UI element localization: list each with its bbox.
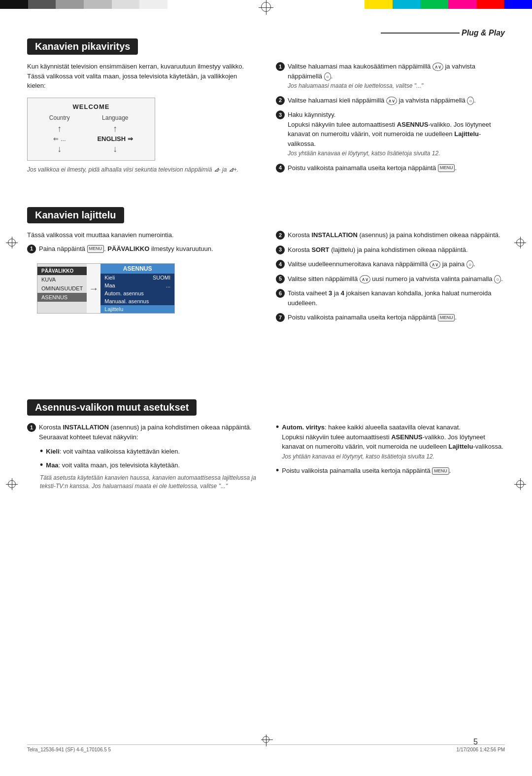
s2-step6-num: 6 (276, 289, 285, 298)
arrow-up-country: ↑ (57, 124, 62, 133)
plug-play-header: Plug & Play (381, 29, 505, 37)
s3-bullet-maa: • Maa: voit valita maan, jos televisiota… (40, 460, 256, 470)
menu-item-kieli: KieliSUOMI (100, 274, 174, 282)
footer-right: 1/17/2006 1:42:56 PM (457, 747, 505, 752)
step1-text: Valitse haluamasi maa kaukosäätimen näpp… (288, 62, 505, 91)
menu-item-asennus: ASENNUS (37, 293, 87, 302)
section1-right: 1 Valitse haluamasi maa kaukosäätimen nä… (276, 62, 505, 177)
arrow-down-lang: ↓ (113, 144, 117, 153)
bullet-dot-autom: • (276, 423, 279, 431)
s3-bullet-kieli: • Kieli: voit vaihtaa valikoissa käytett… (40, 447, 256, 457)
menu-item-maa: Maa... (100, 282, 174, 289)
language-label: Language (102, 114, 128, 121)
section1-italic-note: Jos valikkoa ei ilmesty, pidä alhaalla v… (27, 166, 256, 174)
step1-item: 1 Valitse haluamasi maa kaukosäätimen nä… (276, 62, 505, 91)
menu-item-autom: Autom. asennus (100, 289, 174, 297)
arrow-left-country: ⇐ (53, 135, 59, 142)
bullet-poistu-text: Poistu valikoista painamalla useita kert… (282, 466, 451, 476)
s2-step2-num: 2 (276, 231, 285, 240)
english-label: ENGLISH (97, 135, 126, 142)
crosshair-left-low (6, 478, 18, 490)
welcome-title: WELCOME (35, 103, 147, 110)
menu-arrow-icon: → (87, 264, 100, 313)
crosshair-right-low (514, 478, 526, 490)
menu-item-manuaal: Manuaal. asennus (100, 297, 174, 305)
bullet-maa-text: Maa: voit valita maan, jos televisiota k… (46, 460, 180, 470)
welcome-box: WELCOME Country ↑ ⇐ ... ↓ Langua (27, 98, 155, 161)
s2-step6-item: 6 Toista vaiheet 3 ja 4 jokaisen kanavan… (276, 288, 505, 308)
s3-right-bullets: • Autom. viritys: hakee kaikki alueella … (276, 423, 505, 476)
country-row: ⇐ ... (53, 135, 66, 142)
s3-step1-num: 1 (27, 423, 36, 432)
step3-text: Haku käynnistyy. Lopuksi näkyviin tulee … (288, 110, 505, 158)
s2-step5-text: Valitse sitten näppäimillä ∧∨ uusi numer… (288, 274, 505, 284)
s2-step4-text: Valitse uudelleennumeroitava kanava näpp… (288, 259, 505, 269)
bullet-dot-maa: • (40, 460, 43, 469)
s2-step4-num: 4 (276, 260, 285, 269)
section2-intro: Tässä valikossa voit muuttaa kanavien nu… (27, 230, 256, 240)
plug-play-label: Plug & Play (462, 29, 505, 37)
s2-step2-item: 2 Korosta INSTALLATION (asennus) ja pain… (276, 230, 505, 240)
step4-item: 4 Poistu valikoista painamalla useita ke… (276, 163, 505, 173)
s3-autom-italic: Jos yhtään kanavaa ei löytynyt, katso li… (282, 453, 434, 460)
s2-step5-item: 5 Valitse sitten näppäimillä ∧∨ uusi num… (276, 274, 505, 284)
section2-right: 2 Korosta INSTALLATION (asennus) ja pain… (276, 230, 505, 327)
country-label: Country (49, 114, 70, 121)
section1-header: Kanavien pikaviritys (27, 38, 138, 55)
s2-step6-text: Toista vaiheet 3 ja 4 jokaisen kanavan k… (288, 288, 505, 308)
s3-bullet-list: • Kieli: voit vaihtaa valikoissa käytett… (40, 447, 256, 470)
arrow-right-lang: ⇒ (128, 135, 133, 142)
welcome-col-language: Language ↑ ENGLISH ⇒ ↓ (97, 114, 133, 153)
section2-step1-text: Paina näppäintä MENU. PÄÄVALIKKO ilmesty… (39, 244, 256, 254)
menu-item-kuva: KUVA (37, 275, 87, 284)
section1-left: Kun käynnistät television ensimmäisen ke… (27, 62, 256, 177)
step1-italic: Jos haluamaasi maata ei ole luettelossa,… (288, 82, 423, 89)
section-pikaviritys: Kanavien pikaviritys Kun käynnistät tele… (27, 38, 505, 177)
menu-right-panel: ASENNUS KieliSUOMI Maa... Autom. asennus… (100, 264, 174, 313)
section3-right: • Autom. viritys: hakee kaikki alueella … (276, 423, 505, 491)
step3-item: 3 Haku käynnistyy. Lopuksi näkyviin tule… (276, 110, 505, 158)
s2-step3-text: Korosta SORT (lajittelu) ja paina kohdis… (288, 245, 505, 255)
menu-item-ominaisuudet: OMINAISUUDET (37, 284, 87, 293)
step3-italic: Jos yhtään kanavaa ei löytynyt, katso li… (288, 150, 440, 157)
s3-bullet-poistu: • Poistu valikoista painamalla useita ke… (276, 466, 505, 476)
crosshair-bottom-center (261, 735, 271, 744)
section2-step1-num: 1 (27, 245, 36, 253)
section2-steps: 2 Korosta INSTALLATION (asennus) ja pain… (276, 230, 505, 322)
step3-num: 3 (276, 110, 285, 119)
menu-item-lajittelu: Lajittelu (100, 305, 174, 313)
welcome-col-country: Country ↑ ⇐ ... ↓ (49, 114, 70, 153)
crosshair-left-mid (6, 237, 18, 248)
bullet-kieli-text: Kieli: voit vaihtaa valikoissa käytettäv… (46, 447, 180, 457)
section1-intro: Kun käynnistät television ensimmäisen ke… (27, 62, 256, 91)
arrow-up-lang: ↑ (113, 124, 117, 133)
s3-step1-item: 1 Korosta INSTALLATION (asennus) ja pain… (27, 423, 256, 442)
s2-step3-item: 3 Korosta SORT (lajittelu) ja paina kohd… (276, 245, 505, 255)
section-asennus: Asennus-valikon muut asetukset 1 Korosta… (27, 399, 505, 491)
footer-left: Telra_12536-941 (SF) 4-6_170106.5 5 (27, 747, 111, 752)
section2-left: Tässä valikossa voit muuttaa kanavien nu… (27, 230, 256, 327)
menu-right-title: ASENNUS (100, 264, 174, 274)
s2-step7-text: Poistu valikoista painamalla useita kert… (288, 313, 505, 322)
step4-num: 4 (276, 164, 285, 173)
step2-item: 2 Valitse haluamasi kieli näppäimillä ∧∨… (276, 96, 505, 106)
s2-step7-num: 7 (276, 313, 285, 322)
step1-num: 1 (276, 62, 285, 71)
s2-step3-num: 3 (276, 246, 285, 254)
s2-step2-text: Korosta INSTALLATION (asennus) ja paina … (288, 230, 505, 240)
step4-text: Poistu valikoista painamalla useita kert… (288, 163, 505, 173)
bullet-dot-poistu: • (276, 466, 279, 475)
bullet-dot-kieli: • (40, 447, 43, 456)
menu-paaval-title: PÄÄVALIKKO (37, 267, 87, 275)
menu-left-panel: PÄÄVALIKKO KUVA OMINAISUUDET ASENNUS (37, 264, 87, 313)
section3-header: Asennus-valikon muut asetukset (27, 399, 197, 416)
section-lajittelu: Kanavien lajittelu Tässä valikossa voit … (27, 207, 505, 327)
plug-play-line (381, 33, 460, 34)
s3-bullet-autom: • Autom. viritys: hakee kaikki alueella … (276, 423, 505, 461)
menu-screenshot: PÄÄVALIKKO KUVA OMINAISUUDET ASENNUS → A… (37, 258, 256, 318)
s2-step4-item: 4 Valitse uudelleennumeroitava kanava nä… (276, 259, 505, 269)
menu-box: PÄÄVALIKKO KUVA OMINAISUUDET ASENNUS → A… (37, 263, 175, 314)
step2-text: Valitse haluamasi kieli näppäimillä ∧∨ j… (288, 96, 505, 106)
s3-left-italic: Tätä asetusta käytetään kanavien haussa,… (40, 474, 256, 491)
section2-step1: 1 Paina näppäintä MENU. PÄÄVALIKKO ilmes… (27, 244, 256, 254)
